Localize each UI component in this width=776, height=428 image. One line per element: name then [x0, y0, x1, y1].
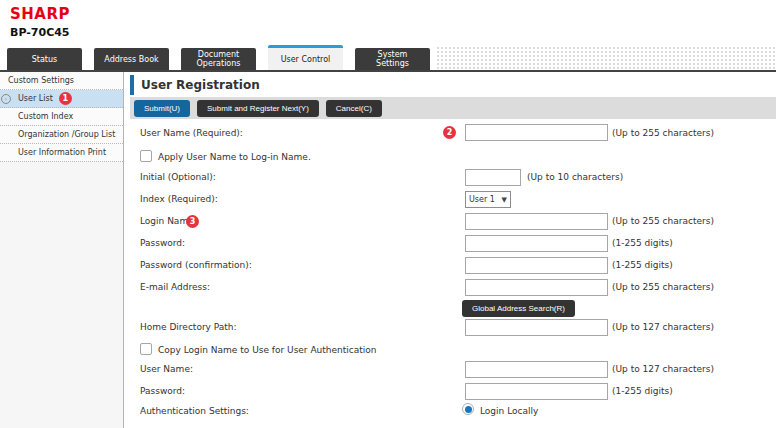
step-badge-2: 2: [443, 126, 456, 139]
email-address-input[interactable]: [465, 279, 608, 296]
tab-user-control[interactable]: User Control: [268, 45, 343, 70]
tabbar-dotted-filler: [436, 46, 776, 70]
user-name-input[interactable]: [465, 124, 608, 141]
index-label: Index (Required):: [140, 194, 218, 204]
copy-login-name-label: Copy Login Name to Use for User Authenti…: [158, 345, 377, 355]
global-address-search-button[interactable]: Global Address Search(R): [462, 300, 575, 317]
sidebar-item-user-information-print[interactable]: User Information Print: [0, 144, 123, 162]
tab-document-operations[interactable]: Document Operations: [181, 48, 256, 70]
auth-password-hint: (1-255 digits): [612, 386, 673, 396]
sidebar-item-label: Custom Index: [18, 112, 73, 121]
initial-label: Initial (Optional):: [140, 172, 216, 182]
auth-user-name-input[interactable]: [465, 361, 608, 378]
home-directory-path-hint: (Up to 127 characters): [612, 322, 714, 332]
login-name-input[interactable]: [465, 213, 608, 230]
login-name-hint: (Up to 255 characters): [612, 216, 714, 226]
initial-input[interactable]: [465, 169, 521, 186]
page: SHARP BP-70C45 Status Address Book Docum…: [0, 0, 776, 428]
cancel-button[interactable]: Cancel(C): [326, 100, 382, 117]
sidebar: Custom Settings › User List 1 Custom Ind…: [0, 72, 124, 428]
form-toolbar: Submit(U) Submit and Register Next(Y) Ca…: [130, 97, 776, 119]
sidebar-item-organization-group-list[interactable]: Organization /Group List: [0, 126, 123, 144]
tab-system-settings[interactable]: System Settings: [355, 48, 430, 70]
sidebar-item-custom-settings[interactable]: Custom Settings: [0, 72, 123, 90]
home-directory-path-label: Home Directory Path:: [140, 322, 237, 332]
email-address-hint: (Up to 255 characters): [612, 282, 714, 292]
auth-user-name-label: User Name:: [140, 364, 193, 374]
tab-address-book[interactable]: Address Book: [94, 48, 169, 70]
index-select-value: User 1: [469, 195, 495, 204]
tab-status[interactable]: Status: [7, 48, 82, 70]
password-confirmation-hint: (1-255 digits): [612, 260, 673, 270]
sidebar-item-user-list[interactable]: › User List 1: [0, 90, 123, 108]
sidebar-item-label: User Information Print: [18, 148, 106, 157]
password-hint: (1-255 digits): [612, 238, 673, 248]
password-confirmation-label: Password (confirmation):: [140, 260, 252, 270]
auth-password-input[interactable]: [465, 383, 608, 400]
step-badge-1: 1: [59, 92, 72, 105]
chevron-down-icon: ▼: [502, 196, 507, 204]
login-locally-radio[interactable]: [462, 403, 474, 415]
user-name-label: User Name (Required):: [140, 128, 243, 138]
password-input[interactable]: [465, 235, 608, 252]
sidebar-item-label: Organization /Group List: [18, 130, 115, 139]
sharp-logo: SHARP: [10, 5, 70, 23]
page-title: User Registration: [141, 78, 260, 92]
login-locally-label: Login Locally: [480, 406, 538, 416]
submit-button[interactable]: Submit(U): [134, 100, 190, 117]
auth-password-label: Password:: [140, 386, 185, 396]
password-confirmation-input[interactable]: [465, 257, 608, 274]
title-accent-bar: [130, 75, 134, 95]
authentication-settings-label: Authentication Settings:: [140, 406, 249, 416]
initial-hint: (Up to 10 characters): [527, 172, 623, 182]
home-directory-path-input[interactable]: [465, 319, 608, 336]
selected-item-arrow-icon: ›: [1, 94, 11, 104]
sidebar-item-label: User List: [18, 94, 53, 103]
step-badge-3: 3: [186, 215, 199, 228]
sidebar-item-label: Custom Settings: [8, 76, 74, 85]
model-name: BP-70C45: [10, 26, 70, 39]
index-select[interactable]: User 1 ▼: [465, 191, 511, 208]
copy-login-name-checkbox[interactable]: [140, 343, 152, 355]
password-label: Password:: [140, 238, 185, 248]
auth-user-name-hint: (Up to 127 characters): [612, 364, 714, 374]
apply-user-name-label: Apply User Name to Log-in Name.: [158, 152, 311, 162]
submit-and-register-next-button[interactable]: Submit and Register Next(Y): [197, 100, 319, 117]
user-name-hint: (Up to 255 characters): [612, 128, 714, 138]
sidebar-item-custom-index[interactable]: Custom Index: [0, 108, 123, 126]
radio-selected-dot: [465, 406, 472, 413]
email-address-label: E-mail Address:: [140, 282, 210, 292]
apply-user-name-checkbox[interactable]: [140, 150, 152, 162]
